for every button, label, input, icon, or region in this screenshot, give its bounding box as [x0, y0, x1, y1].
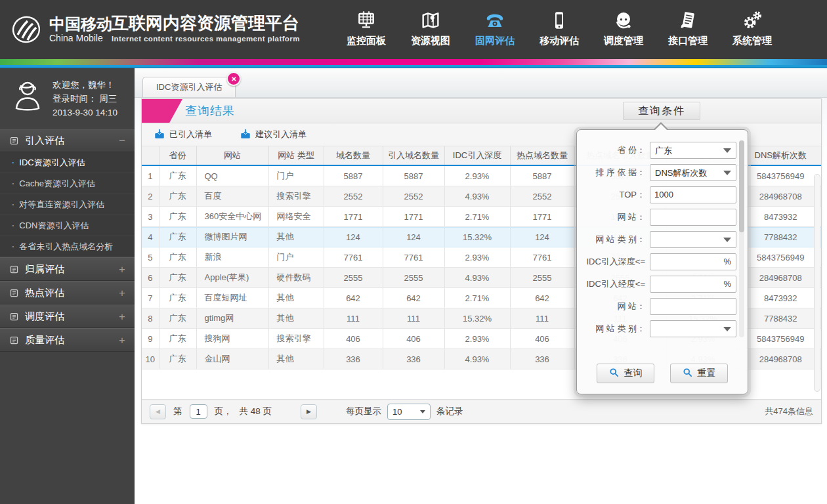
table-cell: 8473932 — [740, 207, 821, 227]
toolbar-button-label: 建议引入清单 — [255, 129, 307, 140]
nav-item-移动评估[interactable]: 移动评估 — [536, 7, 582, 47]
nav-item-固网评估[interactable]: 固网评估 — [472, 7, 518, 47]
sidebar-section-引入评估[interactable]: 引入评估− — [0, 129, 135, 152]
query-field-select[interactable]: DNS解析次数 — [650, 164, 736, 181]
sidebar-item-label: 对等直连资源引入评估 — [19, 199, 104, 211]
query-field-input[interactable] — [650, 186, 736, 203]
table-cell: 7788432 — [740, 227, 821, 247]
sidebar-item-各省未引入热点域名分析[interactable]: ·各省未引入热点域名分析 — [0, 236, 135, 257]
table-cell: 7 — [142, 288, 159, 308]
query-field-select[interactable] — [650, 231, 736, 248]
sidebar-item-对等直连资源引入评估[interactable]: ·对等直连资源引入评估 — [0, 194, 135, 215]
section-doc-icon — [9, 136, 19, 146]
sidebar-item-IDC资源引入评估[interactable]: ·IDC资源引入评估 — [0, 152, 135, 173]
query-field-input[interactable]: % — [650, 253, 736, 270]
expand-icon[interactable]: + — [119, 311, 125, 322]
sidebar-section-label: 质量评估 — [25, 334, 64, 346]
table-cell: 其他 — [268, 227, 324, 247]
percent-suffix: % — [723, 279, 731, 289]
select-value: DNS解析次数 — [655, 167, 707, 179]
query-field-input[interactable] — [650, 298, 736, 315]
sidebar-section-热点评估[interactable]: 热点评估+ — [0, 281, 135, 304]
reset-button[interactable]: 重置 — [670, 364, 728, 383]
button-label: 查询 — [624, 368, 643, 379]
sidebar-section-质量评估[interactable]: 质量评估+ — [0, 328, 135, 352]
query-field-label: IDC引入深度<= — [577, 256, 650, 268]
top-navigation: 监控面板资源视图固网评估移动评估调度管理接口管理系统管理 — [343, 7, 775, 47]
column-header: 域名数量 — [324, 146, 383, 165]
table-cell: 406 — [383, 329, 444, 349]
table-cell: 4 — [142, 227, 159, 247]
toolbar-button-已引入清单[interactable]: 已引入清单 — [150, 127, 216, 142]
query-text-input[interactable] — [650, 299, 736, 314]
vertical-scrollbar[interactable] — [814, 174, 820, 392]
table-cell: 门户 — [268, 247, 324, 268]
collapse-icon[interactable]: − — [119, 135, 125, 146]
query-text-input[interactable] — [650, 209, 736, 225]
column-header: 省份 — [159, 146, 196, 165]
sidebar-section-调度评估[interactable]: 调度评估+ — [0, 304, 135, 328]
button-label: 重置 — [698, 368, 716, 379]
sidebar-menu: 引入评估−·IDC资源引入评估·Cache资源引入评估·对等直连资源引入评估·C… — [0, 129, 135, 352]
section-doc-icon — [9, 312, 19, 322]
query-field-input[interactable] — [650, 209, 736, 226]
toolbar-button-建议引入清单[interactable]: 建议引入清单 — [236, 127, 310, 142]
document-icon — [677, 7, 698, 31]
nav-item-label: 调度管理 — [604, 35, 643, 47]
query-field-row: 网 站 类 别： — [577, 320, 737, 337]
pagination-bar: ◀ 第 1 页， 共 48 页 ▶ 每页显示 10 条记录 共474条信息 — [142, 399, 821, 423]
table-cell: 7788432 — [740, 308, 821, 329]
column-header: DNS解析次数 — [740, 146, 821, 165]
query-form-buttons: 查询重置 — [577, 364, 748, 383]
popup-scrollbar-track[interactable] — [739, 140, 744, 337]
section-doc-icon — [9, 335, 19, 345]
nav-item-系统管理[interactable]: 系统管理 — [729, 7, 775, 47]
column-header: 引入域名数量 — [383, 146, 444, 165]
table-cell: 百度短网址 — [196, 288, 268, 308]
tab-label: IDC资源引入评估 — [156, 81, 222, 93]
table-cell: 406 — [324, 329, 383, 349]
expand-icon[interactable]: + — [119, 335, 125, 346]
sidebar-item-label: 各省未引入热点域名分析 — [19, 241, 113, 253]
column-header: 网站 — [196, 146, 268, 165]
tab-close-icon[interactable]: ✕ — [226, 72, 241, 86]
table-cell: 1 — [142, 165, 159, 186]
table-cell: 2.93% — [444, 329, 510, 349]
tab-idc-assessment[interactable]: IDC资源引入评估 ✕ — [142, 77, 236, 97]
app-header: 中国移动 China Mobile 互联网内容资源管理平台 Internet c… — [0, 0, 827, 59]
query-field-select[interactable] — [650, 320, 736, 337]
sidebar-item-Cache资源引入评估[interactable]: ·Cache资源引入评估 — [0, 173, 135, 194]
query-field-input[interactable]: % — [650, 276, 736, 293]
table-cell: 360安全中心网 — [196, 207, 268, 227]
table-cell: 金山网 — [196, 349, 268, 369]
query-conditions-button[interactable]: 查询条件 — [623, 102, 700, 120]
query-field-label: 网 站： — [577, 211, 650, 223]
nav-item-接口管理[interactable]: 接口管理 — [665, 7, 711, 47]
prev-page-button[interactable]: ◀ — [150, 404, 166, 419]
expand-icon[interactable]: + — [119, 287, 125, 299]
sidebar-section-归属评估[interactable]: 归属评估+ — [0, 257, 135, 281]
bullet-icon: · — [12, 178, 14, 188]
table-cell: 1771 — [510, 207, 574, 227]
mobile-icon — [549, 7, 570, 31]
sidebar-item-CDN资源引入评估[interactable]: ·CDN资源引入评估 — [0, 215, 135, 236]
table-cell: 4.93% — [444, 349, 510, 369]
search-button[interactable]: 查询 — [597, 364, 654, 383]
expand-icon[interactable]: + — [119, 264, 125, 275]
section-doc-icon — [9, 264, 19, 274]
next-page-button[interactable]: ▶ — [301, 404, 317, 419]
per-page-select[interactable]: 10 — [387, 404, 431, 420]
query-text-input[interactable] — [650, 187, 736, 203]
nav-item-调度管理[interactable]: 调度管理 — [601, 7, 647, 47]
avatar — [11, 78, 45, 119]
page-number-input[interactable]: 1 — [190, 404, 207, 419]
table-cell: 642 — [383, 288, 444, 308]
welcome-text: 欢迎您，魏华！ — [53, 78, 117, 92]
query-form: 省 份：广东排 序 依 据：DNS解析次数TOP：网 站：网 站 类 别：IDC… — [577, 142, 737, 343]
nav-item-监控面板[interactable]: 监控面板 — [343, 7, 389, 47]
nav-item-资源视图[interactable]: 资源视图 — [408, 7, 454, 47]
query-field-select[interactable]: 广东 — [650, 142, 736, 159]
popup-scrollbar-thumb[interactable] — [739, 140, 744, 232]
bullet-icon: · — [12, 242, 14, 251]
total-pages-label: 共 48 页 — [240, 406, 272, 417]
